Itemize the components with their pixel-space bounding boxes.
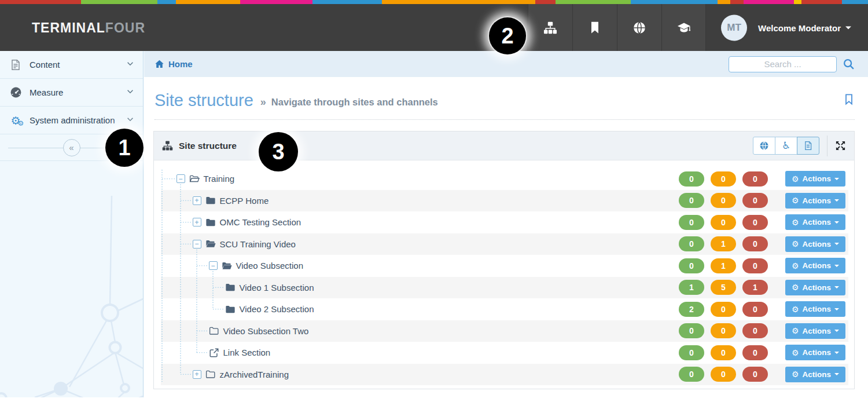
tree-node-label[interactable]: zArchivedTraining: [220, 370, 289, 379]
sitemap-nav-button[interactable]: [528, 4, 572, 51]
brand-strip-segment: [730, 0, 744, 4]
tree-node-label[interactable]: Video 1 Subsection: [240, 283, 314, 293]
actions-button[interactable]: ⚙ Actions: [785, 280, 845, 295]
expand-node-icon[interactable]: +: [193, 196, 201, 205]
tree-node-label[interactable]: Video Subsection Two: [223, 326, 309, 336]
actions-button[interactable]: ⚙ Actions: [785, 367, 845, 382]
badge-red[interactable]: 0: [742, 236, 768, 251]
home-icon: [155, 59, 164, 69]
badge-green[interactable]: 0: [679, 236, 704, 251]
badge-red[interactable]: 1: [742, 280, 768, 295]
panel-title: Site structure: [179, 141, 237, 151]
caret-down-icon: [834, 221, 839, 224]
brand-strip-segment: [81, 0, 157, 4]
annotation-callout-3: 3: [259, 132, 298, 171]
avatar[interactable]: MT: [721, 14, 747, 41]
badge-orange[interactable]: 0: [711, 193, 736, 208]
annotation-callout-2: 2: [489, 17, 526, 54]
tree-node-label[interactable]: Video Subsection: [236, 261, 303, 271]
caret-down-icon: [834, 199, 839, 202]
sidebar-collapse-button[interactable]: «: [63, 139, 80, 156]
globe-button[interactable]: [753, 137, 775, 155]
badge-green[interactable]: 0: [679, 215, 704, 230]
caret-down-icon: [834, 286, 839, 288]
caret-down-icon: [834, 373, 839, 375]
sidebar-item-content[interactable]: Content: [0, 51, 143, 79]
badge-red[interactable]: 0: [742, 215, 768, 230]
brand-strip-segment: [0, 0, 81, 4]
badge-red[interactable]: 0: [742, 171, 768, 187]
search-input[interactable]: [729, 56, 837, 72]
actions-button[interactable]: ⚙ Actions: [785, 258, 845, 273]
tree-node-label[interactable]: Link Section: [223, 348, 271, 357]
logo-secondary: FOUR: [105, 20, 145, 35]
badge-green[interactable]: 2: [679, 302, 704, 317]
collapse-node-icon[interactable]: −: [176, 174, 185, 183]
brand-strip-segment: [240, 0, 312, 4]
expand-node-icon[interactable]: +: [193, 218, 201, 226]
badge-orange[interactable]: 0: [711, 367, 736, 382]
actions-button[interactable]: ⚙ Actions: [785, 193, 845, 209]
badge-red[interactable]: 0: [742, 258, 768, 273]
bookmark-icon: [588, 21, 602, 35]
expand-node-icon[interactable]: +: [193, 370, 201, 379]
badge-green[interactable]: 0: [679, 171, 704, 187]
badge-red[interactable]: 0: [742, 193, 768, 208]
search-button[interactable]: [843, 58, 855, 70]
actions-button[interactable]: ⚙ Actions: [785, 301, 845, 317]
gear-icon: ⚙: [792, 239, 799, 248]
bookmark-nav-button[interactable]: [572, 4, 617, 51]
badge-orange[interactable]: 0: [711, 345, 736, 360]
actions-button[interactable]: ⚙ Actions: [785, 323, 845, 339]
tree-row: Link Section000 ⚙ Actions: [161, 342, 848, 364]
graduation-cap-nav-button[interactable]: [661, 4, 706, 51]
globe-nav-button[interactable]: [617, 4, 661, 51]
tree-node-label[interactable]: OMC Testing Section: [220, 217, 301, 227]
expand-button[interactable]: [835, 140, 846, 151]
tree-node-label[interactable]: SCU Training Video: [220, 239, 296, 249]
actions-button[interactable]: ⚙ Actions: [785, 214, 845, 230]
actions-label: Actions: [803, 370, 832, 379]
collapse-node-icon[interactable]: −: [209, 261, 218, 270]
collapse-node-icon[interactable]: −: [193, 240, 201, 248]
badge-red[interactable]: 0: [742, 323, 768, 338]
home-label: Home: [168, 59, 193, 69]
bookmark-page-button[interactable]: [843, 92, 855, 109]
dotted-divider: [155, 119, 855, 120]
user-menu[interactable]: Welcome Moderator: [758, 23, 851, 32]
badge-green[interactable]: 0: [679, 193, 704, 208]
badge-red[interactable]: 0: [742, 367, 768, 382]
tree-node-label[interactable]: Training: [204, 174, 235, 184]
badge-green[interactable]: 0: [679, 323, 704, 338]
badge-red[interactable]: 0: [742, 302, 768, 317]
actions-button[interactable]: ⚙ Actions: [785, 345, 845, 360]
accessibility-button[interactable]: ♿: [775, 137, 797, 155]
badge-orange[interactable]: 0: [711, 171, 736, 187]
badge-green[interactable]: 0: [679, 367, 704, 382]
caret-down-icon: [834, 308, 839, 310]
breadcrumb-home-link[interactable]: Home: [155, 59, 193, 69]
actions-label: Actions: [803, 240, 832, 248]
badge-orange[interactable]: 1: [711, 236, 736, 251]
sitemap-icon: [543, 21, 557, 35]
badge-orange[interactable]: 0: [711, 215, 736, 230]
actions-button[interactable]: ⚙ Actions: [785, 171, 845, 187]
actions-label: Actions: [803, 174, 832, 183]
badge-orange[interactable]: 1: [711, 258, 736, 273]
toolbar-divider: [827, 136, 827, 156]
badge-green[interactable]: 1: [679, 280, 704, 295]
badge-green[interactable]: 0: [679, 345, 704, 360]
actions-button[interactable]: ⚙ Actions: [785, 236, 845, 252]
badge-orange[interactable]: 5: [711, 280, 736, 295]
badge-orange[interactable]: 0: [711, 323, 736, 338]
status-badges: 000: [679, 215, 768, 230]
badge-green[interactable]: 0: [679, 258, 704, 273]
document-button[interactable]: [797, 137, 819, 155]
tree-row: − Training000 ⚙ Actions: [161, 168, 848, 190]
badge-orange[interactable]: 0: [711, 302, 736, 317]
badge-red[interactable]: 0: [742, 345, 768, 360]
sidebar-item-measure[interactable]: Measure: [0, 79, 143, 107]
tree-node-label[interactable]: Video 2 Subsection: [240, 304, 314, 314]
graduation-cap-icon: [677, 21, 691, 35]
tree-node-label[interactable]: ECPP Home: [220, 196, 269, 206]
